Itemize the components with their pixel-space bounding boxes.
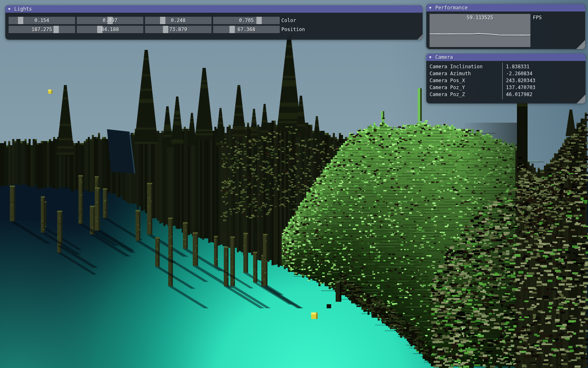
camera-row-value: -2.260834 xyxy=(506,70,532,77)
performance-panel: ▼ Performance 59.113525 FPS xyxy=(426,4,585,49)
performance-panel-title: Performance xyxy=(435,4,468,11)
position-row-label: Position xyxy=(281,26,305,33)
performance-panel-header[interactable]: ▼ Performance xyxy=(426,4,585,11)
collapse-triangle-icon[interactable]: ▼ xyxy=(429,4,431,11)
light-position-slider-3[interactable]: 73.879 xyxy=(145,26,212,33)
camera-row-value: 243.820343 xyxy=(506,77,535,84)
camera-panel: ▼ Camera Camera Inclination 1.838331 Cam… xyxy=(426,54,586,103)
light-position-slider-4[interactable]: 67.368 xyxy=(213,26,280,33)
resize-grip-icon[interactable] xyxy=(576,40,585,49)
fps-label: FPS xyxy=(533,14,542,21)
column-divider xyxy=(502,63,503,99)
light-color-slider-2[interactable]: 0.497 xyxy=(77,17,143,24)
light-position-slider-2[interactable]: 84.188 xyxy=(77,26,143,33)
camera-row-label: Camera Pos_X xyxy=(430,77,465,84)
fps-value: 59.113525 xyxy=(430,15,530,20)
camera-row-label: Camera Poz_Z xyxy=(430,91,465,98)
light-color-slider-3[interactable]: 0.248 xyxy=(145,17,212,24)
light-color-slider-4[interactable]: 0.705 xyxy=(213,17,280,24)
lights-panel: ▼ Lights 0.154 0.497 0.248 0.705 Color 1… xyxy=(5,5,423,40)
resize-grip-icon[interactable] xyxy=(577,94,586,103)
slider-value: 84.188 xyxy=(77,26,143,33)
slider-value: 67.368 xyxy=(213,26,280,33)
light-color-slider-1[interactable]: 0.154 xyxy=(9,17,75,24)
slider-value: 187.275 xyxy=(9,26,75,33)
camera-row-label: Camera Inclination xyxy=(430,63,483,70)
light-position-slider-1[interactable]: 187.275 xyxy=(9,26,75,33)
slider-value: 0.248 xyxy=(145,17,212,24)
slider-value: 0.705 xyxy=(213,17,280,24)
camera-row-value: 137.470703 xyxy=(506,84,535,91)
camera-row-value: 1.838331 xyxy=(506,63,530,70)
camera-panel-title: Camera xyxy=(435,54,453,61)
slider-value: 73.879 xyxy=(145,26,212,33)
camera-panel-header[interactable]: ▼ Camera xyxy=(426,54,586,61)
camera-row-value: 46.017982 xyxy=(506,91,532,98)
camera-row-label: Camera Poz_Y xyxy=(430,84,465,91)
camera-row-label: Camera Azimuth xyxy=(430,70,471,77)
slider-value: 0.154 xyxy=(9,17,75,24)
collapse-triangle-icon[interactable]: ▼ xyxy=(429,54,431,61)
fps-graph: 59.113525 xyxy=(430,14,530,47)
slider-value: 0.497 xyxy=(77,17,143,24)
collapse-triangle-icon[interactable]: ▼ xyxy=(8,5,10,13)
lights-panel-header[interactable]: ▼ Lights xyxy=(5,5,423,13)
lights-panel-title: Lights xyxy=(14,5,32,13)
color-row-label: Color xyxy=(281,17,296,24)
